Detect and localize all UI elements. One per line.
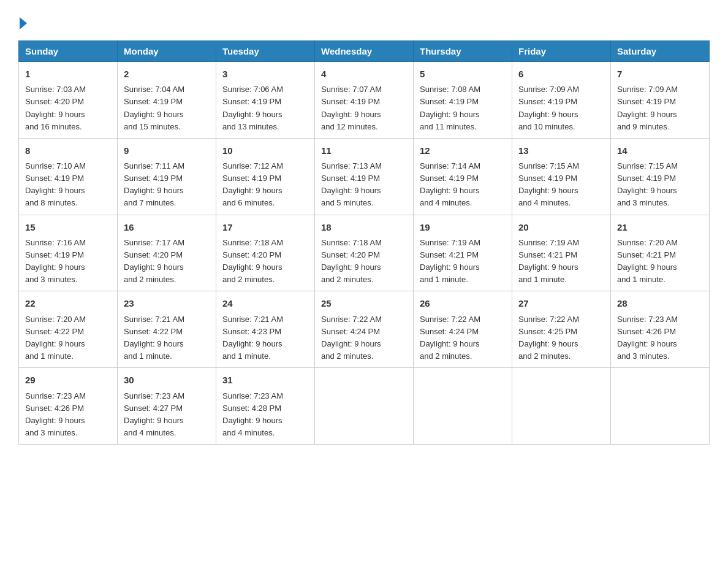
day-info: Sunrise: 7:12 AMSunset: 4:19 PMDaylight:… xyxy=(222,161,283,207)
calendar-day-cell: 24 Sunrise: 7:21 AMSunset: 4:23 PMDaylig… xyxy=(216,291,315,368)
calendar-week-row: 15 Sunrise: 7:16 AMSunset: 4:19 PMDaylig… xyxy=(19,215,710,291)
calendar-day-cell: 31 Sunrise: 7:23 AMSunset: 4:28 PMDaylig… xyxy=(216,368,315,445)
day-info: Sunrise: 7:10 AMSunset: 4:19 PMDaylight:… xyxy=(25,161,86,207)
calendar-week-row: 1 Sunrise: 7:03 AMSunset: 4:20 PMDayligh… xyxy=(19,62,710,139)
calendar-day-cell: 14 Sunrise: 7:15 AMSunset: 4:19 PMDaylig… xyxy=(611,138,710,215)
day-of-week-header: Saturday xyxy=(611,41,710,62)
day-number: 29 xyxy=(25,373,111,387)
day-info: Sunrise: 7:16 AMSunset: 4:19 PMDaylight:… xyxy=(25,238,86,284)
calendar-day-cell xyxy=(414,368,512,445)
day-info: Sunrise: 7:06 AMSunset: 4:19 PMDaylight:… xyxy=(222,85,283,131)
day-of-week-header: Tuesday xyxy=(216,41,315,62)
calendar-day-cell: 3 Sunrise: 7:06 AMSunset: 4:19 PMDayligh… xyxy=(216,62,315,139)
day-number: 27 xyxy=(518,296,604,310)
calendar-day-cell: 10 Sunrise: 7:12 AMSunset: 4:19 PMDaylig… xyxy=(216,138,315,215)
day-number: 25 xyxy=(321,296,407,310)
day-info: Sunrise: 7:14 AMSunset: 4:19 PMDaylight:… xyxy=(420,161,480,207)
calendar-day-cell: 27 Sunrise: 7:22 AMSunset: 4:25 PMDaylig… xyxy=(512,291,611,368)
day-number: 8 xyxy=(25,144,111,158)
calendar-header-row: SundayMondayTuesdayWednesdayThursdayFrid… xyxy=(19,41,710,62)
day-number: 4 xyxy=(321,67,407,81)
day-number: 12 xyxy=(420,144,506,158)
day-number: 18 xyxy=(321,220,407,234)
calendar-table: SundayMondayTuesdayWednesdayThursdayFrid… xyxy=(18,40,710,445)
calendar-week-row: 22 Sunrise: 7:20 AMSunset: 4:22 PMDaylig… xyxy=(19,291,710,368)
day-info: Sunrise: 7:08 AMSunset: 4:19 PMDaylight:… xyxy=(420,85,480,131)
calendar-day-cell: 18 Sunrise: 7:18 AMSunset: 4:20 PMDaylig… xyxy=(315,215,414,291)
day-info: Sunrise: 7:19 AMSunset: 4:21 PMDaylight:… xyxy=(518,238,579,284)
calendar-day-cell: 12 Sunrise: 7:14 AMSunset: 4:19 PMDaylig… xyxy=(414,138,512,215)
day-info: Sunrise: 7:21 AMSunset: 4:22 PMDaylight:… xyxy=(124,315,184,361)
calendar-day-cell: 30 Sunrise: 7:23 AMSunset: 4:27 PMDaylig… xyxy=(118,368,216,445)
logo xyxy=(18,17,28,29)
calendar-day-cell: 28 Sunrise: 7:23 AMSunset: 4:26 PMDaylig… xyxy=(611,291,710,368)
calendar-day-cell xyxy=(512,368,611,445)
calendar-day-cell: 20 Sunrise: 7:19 AMSunset: 4:21 PMDaylig… xyxy=(512,215,611,291)
day-number: 11 xyxy=(321,144,407,158)
calendar-day-cell: 19 Sunrise: 7:19 AMSunset: 4:21 PMDaylig… xyxy=(414,215,512,291)
calendar-day-cell: 9 Sunrise: 7:11 AMSunset: 4:19 PMDayligh… xyxy=(118,138,216,215)
calendar-day-cell: 25 Sunrise: 7:22 AMSunset: 4:24 PMDaylig… xyxy=(315,291,414,368)
calendar-day-cell: 8 Sunrise: 7:10 AMSunset: 4:19 PMDayligh… xyxy=(19,138,118,215)
day-info: Sunrise: 7:23 AMSunset: 4:26 PMDaylight:… xyxy=(25,391,86,437)
day-info: Sunrise: 7:23 AMSunset: 4:26 PMDaylight:… xyxy=(617,315,678,361)
calendar-day-cell: 21 Sunrise: 7:20 AMSunset: 4:21 PMDaylig… xyxy=(611,215,710,291)
day-info: Sunrise: 7:03 AMSunset: 4:20 PMDaylight:… xyxy=(25,85,86,131)
calendar-day-cell: 23 Sunrise: 7:21 AMSunset: 4:22 PMDaylig… xyxy=(118,291,216,368)
day-number: 3 xyxy=(222,67,308,81)
day-info: Sunrise: 7:15 AMSunset: 4:19 PMDaylight:… xyxy=(617,161,678,207)
calendar-week-row: 8 Sunrise: 7:10 AMSunset: 4:19 PMDayligh… xyxy=(19,138,710,215)
calendar-day-cell: 7 Sunrise: 7:09 AMSunset: 4:19 PMDayligh… xyxy=(611,62,710,139)
day-number: 31 xyxy=(222,373,308,387)
day-number: 20 xyxy=(518,220,604,234)
logo-triangle-icon xyxy=(20,17,27,29)
day-info: Sunrise: 7:20 AMSunset: 4:21 PMDaylight:… xyxy=(617,238,678,284)
day-info: Sunrise: 7:09 AMSunset: 4:19 PMDaylight:… xyxy=(518,85,579,131)
calendar-day-cell: 2 Sunrise: 7:04 AMSunset: 4:19 PMDayligh… xyxy=(118,62,216,139)
day-number: 9 xyxy=(124,144,210,158)
calendar-day-cell: 16 Sunrise: 7:17 AMSunset: 4:20 PMDaylig… xyxy=(118,215,216,291)
calendar-day-cell: 15 Sunrise: 7:16 AMSunset: 4:19 PMDaylig… xyxy=(19,215,118,291)
day-info: Sunrise: 7:17 AMSunset: 4:20 PMDaylight:… xyxy=(124,238,184,284)
day-number: 14 xyxy=(617,144,703,158)
day-of-week-header: Thursday xyxy=(414,41,512,62)
day-number: 13 xyxy=(518,144,604,158)
day-number: 23 xyxy=(124,296,210,310)
day-info: Sunrise: 7:19 AMSunset: 4:21 PMDaylight:… xyxy=(420,238,480,284)
day-number: 15 xyxy=(25,220,111,234)
day-info: Sunrise: 7:11 AMSunset: 4:19 PMDaylight:… xyxy=(124,161,184,207)
logo-blue-text xyxy=(18,17,28,29)
calendar-day-cell: 17 Sunrise: 7:18 AMSunset: 4:20 PMDaylig… xyxy=(216,215,315,291)
day-number: 10 xyxy=(222,144,308,158)
day-number: 28 xyxy=(617,296,703,310)
calendar-day-cell xyxy=(611,368,710,445)
day-info: Sunrise: 7:23 AMSunset: 4:27 PMDaylight:… xyxy=(124,391,184,437)
day-number: 30 xyxy=(124,373,210,387)
day-of-week-header: Wednesday xyxy=(315,41,414,62)
day-info: Sunrise: 7:22 AMSunset: 4:25 PMDaylight:… xyxy=(518,315,579,361)
day-info: Sunrise: 7:13 AMSunset: 4:19 PMDaylight:… xyxy=(321,161,382,207)
day-info: Sunrise: 7:04 AMSunset: 4:19 PMDaylight:… xyxy=(124,85,184,131)
calendar-day-cell: 29 Sunrise: 7:23 AMSunset: 4:26 PMDaylig… xyxy=(19,368,118,445)
day-number: 17 xyxy=(222,220,308,234)
day-of-week-header: Sunday xyxy=(19,41,118,62)
day-info: Sunrise: 7:22 AMSunset: 4:24 PMDaylight:… xyxy=(321,315,382,361)
day-info: Sunrise: 7:21 AMSunset: 4:23 PMDaylight:… xyxy=(222,315,283,361)
calendar-day-cell: 26 Sunrise: 7:22 AMSunset: 4:24 PMDaylig… xyxy=(414,291,512,368)
day-info: Sunrise: 7:18 AMSunset: 4:20 PMDaylight:… xyxy=(321,238,382,284)
day-number: 16 xyxy=(124,220,210,234)
day-info: Sunrise: 7:23 AMSunset: 4:28 PMDaylight:… xyxy=(222,391,283,437)
day-number: 5 xyxy=(420,67,506,81)
day-of-week-header: Monday xyxy=(118,41,216,62)
calendar-week-row: 29 Sunrise: 7:23 AMSunset: 4:26 PMDaylig… xyxy=(19,368,710,445)
day-number: 24 xyxy=(222,296,308,310)
day-number: 22 xyxy=(25,296,111,310)
day-info: Sunrise: 7:07 AMSunset: 4:19 PMDaylight:… xyxy=(321,85,382,131)
day-number: 19 xyxy=(420,220,506,234)
day-number: 26 xyxy=(420,296,506,310)
day-info: Sunrise: 7:09 AMSunset: 4:19 PMDaylight:… xyxy=(617,85,678,131)
day-number: 1 xyxy=(25,67,111,81)
calendar-day-cell: 11 Sunrise: 7:13 AMSunset: 4:19 PMDaylig… xyxy=(315,138,414,215)
day-info: Sunrise: 7:20 AMSunset: 4:22 PMDaylight:… xyxy=(25,315,86,361)
header xyxy=(18,12,710,29)
